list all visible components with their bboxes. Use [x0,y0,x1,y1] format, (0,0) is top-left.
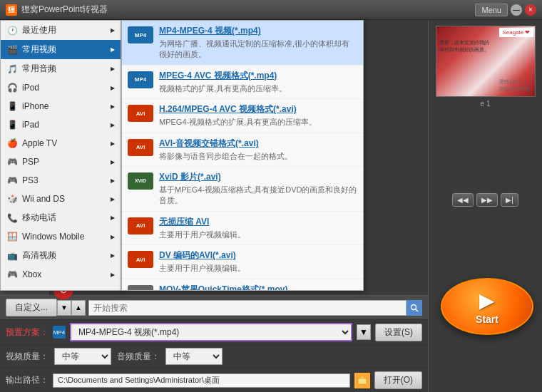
settings-button[interactable]: 设置(S) [375,324,422,341]
nav-item-video[interactable]: 🎬 常用视频 ▶ [1,40,121,59]
audio-quality-select[interactable]: 中等 高 低 [165,348,223,365]
format-item-mp4mpeg4[interactable]: MP4 MP4-MPEG-4 视频(*.mp4) 为网络广播、视频通讯定制的压缩… [122,21,363,66]
format-info: MOV-苹果QuickTime格式(*.mov) [159,284,287,291]
arrow-icon: ▶ [111,177,115,184]
format-info: 无损压缩 AVI 主要用于用户视频编辑。 [159,216,245,240]
windows-icon: 🪟 [6,231,18,242]
minimize-button[interactable]: — [511,4,522,16]
arrow-icon: ▶ [111,272,115,278]
ipad-icon: 📱 [6,119,18,130]
preset-row: 预置方案： MP4 MP4-MPEG-4 视频(*.mp4) ▼ 设置(S) [0,320,428,345]
start-button[interactable]: ▶ Start [441,278,533,335]
format-info: H.264/MPEG-4 AVC 视频格式(*.avi) MPEG4-视频格式的… [159,103,317,128]
nav-item-wii[interactable]: 🎲 Wii and DS ▶ [1,190,121,208]
format-item-dvavi[interactable]: AVI DV 编码的AVI(*.avi) 主要用于用户视频编辑。 [122,245,363,279]
skip-button[interactable]: ▶| [501,193,518,207]
format-title: MPEG-4 AVC 视频格式(*.mp4) [159,70,287,82]
start-label: Start [476,314,498,325]
format-title: DV 编码的AVI(*.avi) [159,249,245,262]
format-item-uncompressed[interactable]: AVI 无损压缩 AVI 主要用于用户视频编辑。 [122,212,363,245]
arrow-icon: ▶ [111,140,115,147]
format-item-mpeg4avc[interactable]: MP4 MPEG-4 AVC 视频格式(*.mp4) 视频格式的扩展,具有更高的… [122,66,363,99]
appletv-icon: 🍎 [6,138,18,149]
format-desc: 主要用于用户视频编辑。 [159,263,245,274]
mobile-icon: 📞 [6,212,18,224]
format-badge: AVI [128,217,153,234]
format-badge: AVI [128,251,153,268]
format-item-h264[interactable]: AVI H.264/MPEG-4 AVC 视频格式(*.avi) MPEG4-视… [122,99,363,133]
arrow-icon: ▶ [111,196,115,202]
arrow-icon: ▶ [111,234,115,240]
folder-icon [357,376,367,385]
format-info: MPEG-4 AVC 视频格式(*.mp4) 视频格式的扩展,具有更高的压缩率。 [159,70,287,94]
down-arrow-button[interactable]: ▼ [57,300,71,316]
search-button[interactable] [406,300,422,316]
forward-button[interactable]: ▶▶ [476,193,498,207]
title-bar-right: Menu — × [475,4,536,16]
nav-item-ipad[interactable]: 📱 iPad ▶ [1,115,121,134]
rewind-button[interactable]: ◀◀ [452,193,474,207]
output-path-input[interactable] [53,373,350,388]
close-button[interactable]: × [525,4,536,16]
format-title: H.264/MPEG-4 AVC 视频格式(*.avi) [159,103,317,115]
format-item-xvid[interactable]: XViD XviD 影片(*.avi) 基于MPEG4-视频压缩格式,具有接近D… [122,167,363,212]
arrow-icon: ▶ [111,215,115,221]
format-info: DV 编码的AVI(*.avi) 主要用于用户视频编辑。 [159,249,245,274]
folder-button[interactable] [354,373,370,388]
preview-box: Seagate ❤ 亲爱，这来定发的我的体积却有很好的画质。 爱情记忆2011年… [436,26,536,97]
search-icon [410,304,419,312]
search-input[interactable] [88,300,406,316]
dropdown-container: 🕐 最近使用 ▶ 🎬 常用视频 ▶ 🎵 常用音频 ▶ 🎧 iPod ▶ 📱 iP… [0,20,428,291]
format-item-aviaudio[interactable]: AVI AVI-音视频交错格式(*.avi) 将影像与语音同步组合在一起的格式。 [122,133,363,167]
arrow-icon: ▶ [111,66,115,72]
svg-point-0 [411,304,416,309]
custom-button[interactable]: 自定义... [6,299,57,316]
preset-select[interactable]: MP4-MPEG-4 视频(*.mp4) [70,323,352,341]
format-info: XviD 影片(*.avi) 基于MPEG4-视频压缩格式,具有接近DVD的画质… [159,171,357,207]
playback-controls: ◀◀ ▶▶ ▶| [452,193,518,207]
preset-label: 预置方案： [6,326,48,339]
xbox-icon: 🎮 [6,269,18,280]
format-item-mov[interactable]: MOV MOV-苹果QuickTime格式(*.mov) [122,279,363,291]
nav-item-iphone[interactable]: 📱 iPhone ▶ [1,97,121,115]
preset-format-icon: MP4 [53,326,66,339]
nav-item-ipod[interactable]: 🎧 iPod ▶ [1,78,121,97]
preview-image: Seagate ❤ 亲爱，这来定发的我的体积却有很好的画质。 爱情记忆2011年… [436,26,535,96]
title-bar-left: 狸 狸窝PowerPoint转视器 [6,4,108,16]
nav-item-ps3[interactable]: 🎮 PS3 ▶ [1,171,121,190]
format-desc: 主要用于用户视频编辑。 [159,229,245,240]
nav-item-hd[interactable]: 📺 高清视频 ▶ [1,246,121,265]
start-arrow-icon: ▶ [479,289,495,312]
format-title: MOV-苹果QuickTime格式(*.mov) [159,284,287,291]
nav-item-mobile[interactable]: 📞 移动电话 ▶ [1,208,121,227]
preview-label: e 1 [481,100,491,108]
video-quality-select[interactable]: 中等 高 低 [54,348,111,365]
open-button[interactable]: 打开(O) [374,371,422,389]
output-label: 输出路径： [6,374,48,386]
video-icon: 🎬 [6,44,18,56]
format-desc: 为网络广播、视频通讯定制的压缩标准,很小的体积却有很好的画质。 [159,38,357,61]
arrow-icon: ▶ [111,252,115,259]
format-badge: XViD [128,172,153,190]
nav-item-appletv[interactable]: 🍎 Apple TV ▶ [1,134,121,153]
format-info: AVI-音视频交错格式(*.avi) 将影像与语音同步组合在一起的格式。 [159,138,292,162]
arrow-icon: ▶ [111,159,115,165]
clock-icon: 🕐 [6,25,18,36]
nav-item-xbox[interactable]: 🎮 Xbox ▶ [1,265,121,284]
output-row: 输出路径： 打开(O) [0,368,428,392]
preset-dropdown-button[interactable]: ▼ [357,324,371,340]
format-badge: MP4 [128,26,153,43]
nav-item-winmobile[interactable]: 🪟 Windows Mobile ▶ [1,227,121,246]
wii-icon: 🎲 [6,193,18,205]
up-arrow-button[interactable]: ▲ [71,300,86,316]
nav-item-recent[interactable]: 🕐 最近使用 ▶ [1,21,121,40]
bottom-toolbar: 自定义... ▼ ▲ 预置方案： MP4 MP4-MPEG-4 视频(*.mp4… [0,295,428,392]
format-title: 无损压缩 AVI [159,216,245,228]
format-title: XviD 影片(*.avi) [159,171,357,183]
menu-button[interactable]: Menu [475,4,508,16]
nav-item-audio[interactable]: 🎵 常用音频 ▶ [1,59,121,78]
nav-item-psp[interactable]: 🎮 PSP ▶ [1,153,121,171]
format-title: AVI-音视频交错格式(*.avi) [159,138,292,150]
format-badge: MOV [128,285,153,291]
audio-quality-label: 音频质量： [117,351,160,363]
